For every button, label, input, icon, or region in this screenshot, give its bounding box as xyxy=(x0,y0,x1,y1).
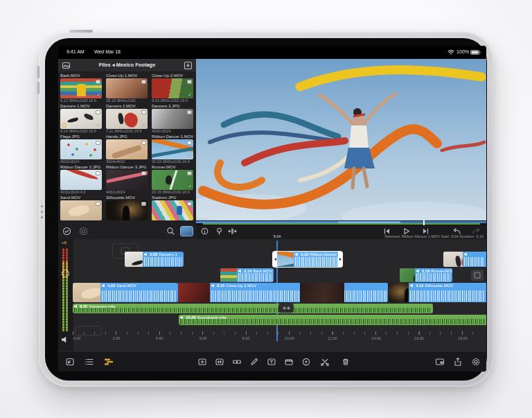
clip-thumbnail[interactable] xyxy=(106,78,148,98)
timeline-clip-silhouette[interactable]: 4.13Silhouette.MOV xyxy=(388,283,486,302)
library-clip[interactable]: Back.MOV ✓ 6.22 3840x2160 16:9 xyxy=(60,73,103,103)
library-clip[interactable]: Hands.JPG 3024x4032 xyxy=(106,134,149,164)
clip-thumbnail[interactable]: ✓ xyxy=(152,78,193,98)
volume-up-button[interactable] xyxy=(37,66,39,78)
overwrite-clip-icon[interactable] xyxy=(215,357,224,367)
clip-thumbnail[interactable] xyxy=(106,200,148,220)
timeline-clip-dancers2[interactable] xyxy=(443,252,486,267)
clip-thumbnail[interactable]: ✓ xyxy=(152,139,193,159)
settings-gear-icon[interactable] xyxy=(471,357,481,367)
transport-bar: Selected: Ribbon Dancer 1.MOV Start: 9.0… xyxy=(196,225,486,239)
insert-clip-icon[interactable] xyxy=(197,357,207,367)
clip-thumbnail[interactable]: ✓ xyxy=(152,170,193,190)
clip-thumbnail[interactable] xyxy=(60,170,102,190)
timeline-clip-sand[interactable]: 4.23Sand.MOV xyxy=(73,283,178,302)
library-footer xyxy=(58,224,196,239)
used-check-icon: ✓ xyxy=(97,92,100,98)
timeline-clip-back[interactable]: 2.14Back.MOV xyxy=(220,268,274,282)
volume-down-button[interactable] xyxy=(37,82,39,94)
library-clip[interactable]: Dancers 3.JPG 4032x3024 xyxy=(152,103,195,134)
edit-pencil-icon[interactable] xyxy=(249,357,259,367)
video-badge-icon xyxy=(141,202,146,206)
clip-list-icon[interactable] xyxy=(85,357,94,367)
library-clip[interactable]: Stadium.JPG xyxy=(152,195,195,225)
status-date: Wed Mar 18 xyxy=(94,49,121,54)
library-clip[interactable]: Ribbon Dancer 2.JPG 4032x3024 4:3 xyxy=(60,164,103,195)
link-icon[interactable] xyxy=(232,357,242,367)
library-clip[interactable]: Ribbon Dancer 1.MOV ✓ 20.03 3840x2160 16… xyxy=(152,134,195,164)
library-clip[interactable]: Ribbon Dancer 3.JPG 4032x3024 xyxy=(106,164,149,195)
media-library-panel: Files ◂ Mexico Footage Back.MOV ✓ 6.22 3… xyxy=(58,59,196,239)
search-icon[interactable] xyxy=(166,227,175,236)
timeline-clip-closeup2[interactable]: 8.15Close-Up 2.MOV xyxy=(178,283,388,302)
clapperboard-icon[interactable] xyxy=(284,357,294,367)
library-title[interactable]: Files ◂ Mexico Footage xyxy=(58,59,196,71)
camera-icon[interactable] xyxy=(79,227,88,236)
clip-thumbnail[interactable] xyxy=(60,139,102,159)
clip-thumbnail[interactable]: ✓ xyxy=(60,78,102,98)
record-icon[interactable] xyxy=(301,357,311,367)
clip-thumbnail[interactable] xyxy=(106,170,148,190)
trim-icon[interactable] xyxy=(228,227,237,235)
library-clip[interactable]: Sand.MOV xyxy=(60,195,103,225)
timeline-clip-voiceover[interactable]: 8.25Voiceover.m4a xyxy=(73,304,433,313)
audio-fade-handle[interactable] xyxy=(278,304,294,313)
library-clip[interactable]: Dancers 2.MOV ✓ 7.11 3840x2160 16:9 xyxy=(106,103,149,134)
clip-thumbnail[interactable] xyxy=(152,200,193,220)
import-icon[interactable] xyxy=(184,61,193,70)
library-clip[interactable]: Dancers 1.MOV ✓ 9.14 3840x2160 16:9 xyxy=(60,103,103,134)
timeline-clip-soundtrack[interactable]: 16.28Soundtrack.m4a xyxy=(179,315,486,325)
clip-options-button[interactable] xyxy=(471,270,484,281)
timeline-ruler[interactable]: 0.00 2.00 4.00 6.00 8.00 10.00 12.00 14.… xyxy=(58,331,486,341)
library-clip[interactable]: Close-Up 2.MOV ✓ 9.03 3840x2160 16:9 xyxy=(152,73,195,103)
active-source-button[interactable] xyxy=(181,227,193,236)
photo-badge-icon xyxy=(96,141,100,145)
preview-frame xyxy=(196,59,486,220)
select-check-icon[interactable] xyxy=(62,227,71,236)
meter-bar-right xyxy=(66,248,68,331)
library-clip[interactable]: Silhouette.MOV xyxy=(106,195,149,225)
top-button[interactable] xyxy=(69,30,93,33)
used-check-icon: ✓ xyxy=(97,123,100,128)
status-bar: 9:41 AM Wed Mar 18 100% xyxy=(58,46,486,59)
trim-handle-left[interactable] xyxy=(273,252,277,267)
used-check-icon: ✓ xyxy=(188,184,192,189)
clip-thumbnail[interactable] xyxy=(152,109,193,129)
library-clip[interactable]: Close-Up 1.MOV 18.16 3840x2160 xyxy=(106,73,149,103)
duration-clock-icon xyxy=(62,123,66,128)
info-icon[interactable] xyxy=(201,227,209,235)
timeline-clip-runner[interactable]: 2.16Runner.MOV xyxy=(400,268,452,282)
trash-icon[interactable] xyxy=(341,357,351,367)
library-clip[interactable]: Flags.JPG 4032x3024 xyxy=(60,134,103,164)
marker-icon[interactable] xyxy=(215,227,223,235)
photo-badge-icon xyxy=(96,171,100,175)
scissors-icon[interactable] xyxy=(320,357,330,367)
timeline-overview-strip[interactable] xyxy=(196,220,486,225)
clip-thumbnail[interactable] xyxy=(60,200,102,220)
import-clip-icon[interactable] xyxy=(65,357,75,367)
overview-playhead[interactable] xyxy=(423,220,425,225)
clip-thumbnail[interactable]: ✓ xyxy=(106,109,148,129)
video-badge-icon xyxy=(96,202,100,206)
preview-layout-icon[interactable] xyxy=(435,357,445,367)
status-time: 9:41 AM xyxy=(66,49,85,54)
clip-filmstrip-frames xyxy=(300,283,344,302)
used-check-icon: ✓ xyxy=(188,153,192,159)
trim-handle-right[interactable] xyxy=(338,252,342,267)
clip-thumbnail[interactable] xyxy=(106,139,148,159)
timeline-clip-dancers1[interactable]: 2.00Dancers 1 xyxy=(125,252,184,267)
meter-bar-left xyxy=(62,248,64,331)
timeline-view-icon[interactable] xyxy=(104,357,114,367)
library-clip[interactable]: Runner.MOV ✓ 20.15 3840x2160 16:9 xyxy=(152,164,195,195)
photo-badge-icon xyxy=(141,141,146,145)
timeline-clip-ribbon-selected[interactable]: 3.10Ribbon Dancer 1.M xyxy=(273,252,342,267)
video-preview[interactable] xyxy=(196,59,486,220)
selection-info: Selected: Ribbon Dancer 1.MOV Start: 9.0… xyxy=(384,234,484,238)
overview-audio-segment xyxy=(203,223,480,225)
clip-thumbnail[interactable]: ✓ xyxy=(60,109,102,129)
titles-icon[interactable] xyxy=(267,357,276,367)
share-icon[interactable] xyxy=(453,357,463,367)
gain-label: +0 xyxy=(62,241,66,245)
meter-ring[interactable] xyxy=(62,270,69,277)
photo-badge-icon xyxy=(187,202,192,206)
